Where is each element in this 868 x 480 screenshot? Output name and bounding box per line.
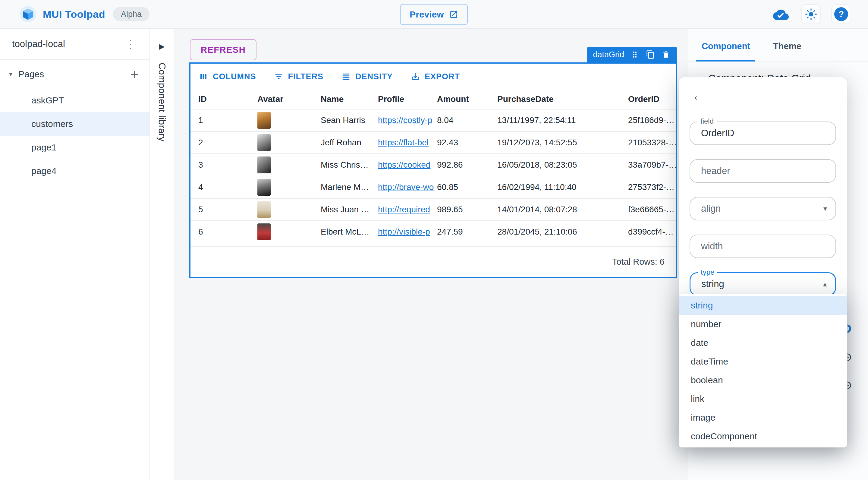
cell-amount: 60.85 [437, 182, 497, 192]
column-header-purchasedate[interactable]: PurchaseDate [497, 94, 628, 104]
cell-amount: 92.43 [437, 138, 497, 147]
inspector-panel: Component Theme Component: Data Grid ← f… [688, 29, 868, 480]
field-input[interactable]: field OrderID [689, 121, 836, 145]
density-button[interactable]: DENSITY [341, 72, 393, 82]
type-menu-option-label: dateTime [691, 356, 728, 367]
grid-footer: Total Rows: 6 [190, 246, 676, 277]
type-select-value: string [701, 278, 724, 290]
type-menu-option[interactable]: boolean [679, 371, 847, 390]
total-rows-label: Total Rows: 6 [612, 257, 664, 267]
cell-purchasedate: 16/02/1994, 11:10:40 [497, 182, 628, 192]
chevron-up-icon: ▴ [823, 280, 827, 288]
drag-handle-icon[interactable] [630, 50, 640, 59]
width-input[interactable]: width [689, 235, 836, 258]
duplicate-component-button[interactable] [646, 50, 655, 59]
type-menu-option[interactable]: dateTime [679, 352, 847, 371]
column-header-amount[interactable]: Amount [437, 94, 497, 104]
avatar [257, 112, 271, 129]
columns-button[interactable]: COLUMNS [199, 72, 256, 82]
sidebar-page-item[interactable]: page1 [0, 136, 150, 159]
type-select-label: type [698, 268, 717, 276]
cell-purchasedate: 16/05/2018, 08:23:05 [497, 160, 628, 170]
sync-status-button[interactable] [771, 4, 791, 24]
columns-icon [199, 72, 208, 81]
type-menu-option[interactable]: image [679, 408, 847, 427]
grid-toolbar: COLUMNS FILTERS DENSITY EXPORT [190, 64, 676, 90]
refresh-button[interactable]: REFRESH [190, 39, 256, 60]
table-row[interactable]: 6 Elbert McL… http://visible-p 247.59 28… [190, 221, 676, 243]
table-row[interactable]: 2 Jeff Rohan https://flat-bel 92.43 19/1… [190, 132, 676, 154]
grid-empty-space [190, 243, 676, 246]
preview-button[interactable]: Preview [400, 4, 468, 25]
sidebar-header: toolpad-local ⋮ [0, 29, 150, 60]
app-title: MUI Toolpad [43, 8, 105, 20]
add-page-button[interactable]: + [130, 67, 138, 81]
mui-toolpad-logo-icon [20, 6, 36, 22]
cell-purchasedate: 19/12/2073, 14:52:55 [497, 138, 628, 147]
profile-link[interactable]: http://required [378, 205, 430, 214]
cell-profile: http://brave-wo [378, 182, 437, 192]
hidden-binding-icon[interactable] [847, 324, 852, 333]
alpha-badge: Alpha [113, 7, 150, 22]
header-input[interactable]: header [689, 159, 836, 183]
back-button[interactable]: ← [691, 88, 706, 103]
app-root: MUI Toolpad Alpha Preview [0, 0, 868, 480]
cell-orderid: f3e66665-… [628, 205, 676, 214]
type-menu-option[interactable]: date [679, 333, 847, 352]
delete-component-button[interactable] [661, 50, 671, 59]
cell-id: 4 [190, 182, 257, 192]
table-row[interactable]: 3 Miss Chris… https://cooked 992.86 16/0… [190, 154, 676, 176]
chevron-down-icon: ▾ [824, 204, 827, 213]
collapse-caret-icon[interactable]: ▾ [9, 70, 12, 78]
tab-component[interactable]: Component [702, 41, 750, 61]
type-menu-option[interactable]: codeComponent [679, 427, 847, 446]
export-button[interactable]: EXPORT [411, 72, 460, 82]
selection-chip[interactable]: dataGrid [587, 47, 677, 62]
profile-link[interactable]: https://costly-p [378, 116, 433, 125]
column-header-id[interactable]: ID [190, 94, 257, 104]
align-select[interactable]: align ▾ [689, 197, 836, 220]
cell-avatar [257, 179, 321, 196]
column-header-profile[interactable]: Profile [378, 94, 437, 104]
project-name: toolpad-local [12, 38, 65, 50]
type-select[interactable]: type string ▴ [689, 272, 836, 296]
column-header-orderid[interactable]: OrderID [628, 94, 676, 104]
help-button[interactable]: ? [831, 4, 851, 24]
table-row[interactable]: 1 Sean Harris https://costly-p 8.04 13/1… [190, 110, 676, 132]
grid-rows: 1 Sean Harris https://costly-p 8.04 13/1… [190, 110, 676, 243]
project-menu-button[interactable]: ⋮ [122, 38, 139, 50]
cell-id: 6 [190, 227, 257, 237]
column-header-avatar[interactable]: Avatar [257, 94, 321, 104]
expand-library-icon[interactable]: ▶ [159, 42, 164, 51]
cell-id: 1 [190, 116, 257, 125]
type-menu-option[interactable]: string [679, 296, 847, 315]
help-icon: ? [834, 7, 848, 21]
type-menu-option[interactable]: number [679, 315, 847, 333]
cell-amount: 247.59 [437, 227, 497, 237]
filters-button[interactable]: FILTERS [274, 72, 324, 82]
tab-theme[interactable]: Theme [773, 41, 801, 61]
cell-avatar [257, 112, 321, 129]
type-menu-option-label: boolean [691, 375, 723, 385]
pages-section-label: Pages [19, 69, 44, 79]
hidden-binding-icon[interactable] [847, 381, 852, 390]
component-library-label: Component library [156, 63, 167, 142]
data-grid[interactable]: COLUMNS FILTERS DENSITY EXPORT [189, 62, 677, 278]
profile-link[interactable]: http://brave-wo [378, 182, 434, 192]
theme-mode-button[interactable] [801, 4, 821, 24]
sidebar-page-item[interactable]: askGPT [0, 89, 150, 112]
open-in-new-icon [450, 10, 458, 19]
sidebar-page-item[interactable]: page4 [0, 159, 150, 183]
sidebar-page-item[interactable]: customers [0, 112, 150, 136]
profile-link[interactable]: https://cooked [378, 160, 430, 170]
editor-canvas: REFRESH dataGrid COLUMNS [174, 29, 688, 480]
profile-link[interactable]: http://visible-p [378, 227, 430, 236]
column-header-name[interactable]: Name [321, 94, 378, 104]
filter-icon [274, 72, 283, 81]
hidden-binding-icon[interactable] [847, 353, 852, 362]
table-row[interactable]: 4 Marlene M… http://brave-wo 60.85 16/02… [190, 176, 676, 199]
filters-button-label: FILTERS [288, 72, 324, 82]
profile-link[interactable]: https://flat-bel [378, 138, 429, 147]
table-row[interactable]: 5 Miss Juan … http://required 989.65 14/… [190, 199, 676, 221]
type-menu-option[interactable]: link [679, 390, 847, 408]
